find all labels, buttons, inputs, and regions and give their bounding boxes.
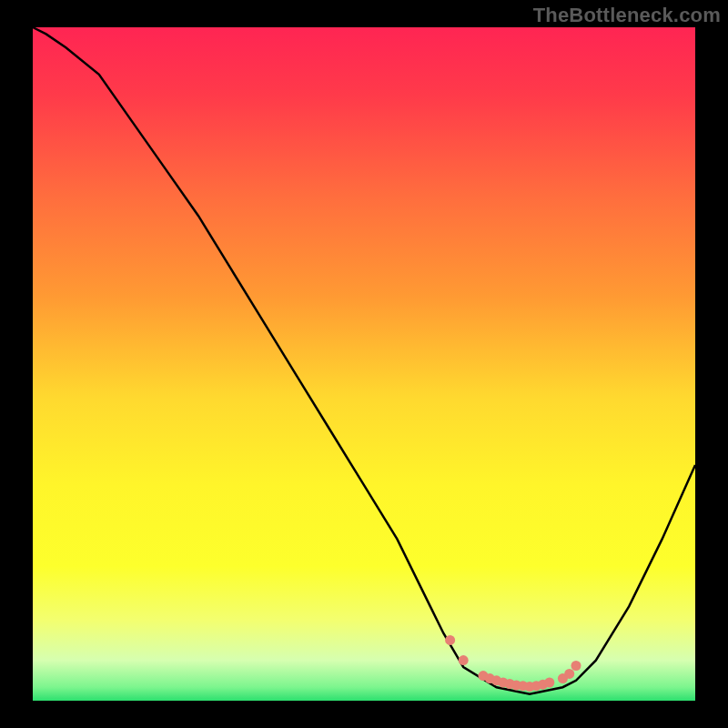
optimal-marker xyxy=(459,655,469,665)
optimal-marker xyxy=(445,635,455,645)
plot-background xyxy=(33,27,695,701)
optimal-marker xyxy=(564,669,574,679)
watermark-label: TheBottleneck.com xyxy=(533,4,721,27)
optimal-marker xyxy=(544,678,554,688)
chart-container: TheBottleneck.com xyxy=(0,0,728,728)
optimal-marker xyxy=(571,661,581,671)
bottleneck-chart xyxy=(0,0,728,728)
